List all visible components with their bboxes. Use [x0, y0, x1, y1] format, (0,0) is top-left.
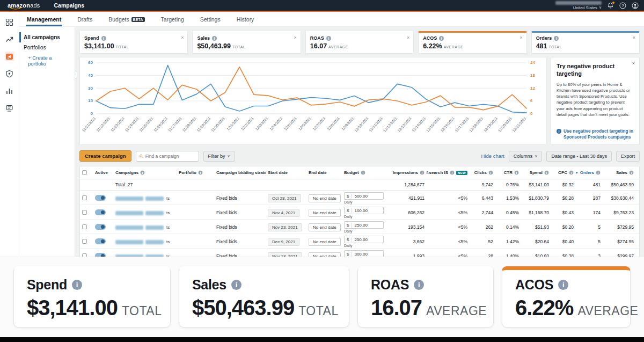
- tab-settings[interactable]: Settings: [199, 13, 222, 26]
- sidebar-collapse-button[interactable]: «: [75, 71, 77, 78]
- columns-button[interactable]: Columns ∨: [509, 151, 543, 162]
- tab-management[interactable]: Management: [26, 13, 62, 26]
- tab-label: Drafts: [77, 16, 92, 23]
- info-icon[interactable]: i: [420, 171, 425, 175]
- account-switcher[interactable]: United States ∨: [555, 1, 602, 10]
- info-icon[interactable]: i: [489, 171, 493, 175]
- info-icon[interactable]: i: [326, 36, 331, 41]
- budget-input[interactable]: $300.00: [344, 250, 384, 257]
- info-icon[interactable]: i: [569, 171, 574, 175]
- tab-drafts[interactable]: Drafts: [76, 13, 93, 26]
- end-date-field[interactable]: No end date: [309, 194, 341, 202]
- help-icon[interactable]: ?: [619, 2, 626, 9]
- cell-cpc: $0.20: [551, 223, 576, 231]
- budget-input[interactable]: $500.00: [344, 192, 384, 200]
- tab-history[interactable]: History: [236, 13, 255, 26]
- close-icon[interactable]: ×: [632, 61, 635, 66]
- library-icon[interactable]: [5, 103, 14, 113]
- sidebar-item-all-campaigns[interactable]: All campaigns: [19, 32, 75, 42]
- active-toggle[interactable]: [95, 195, 106, 201]
- campaign-name-redacted[interactable]: [115, 225, 143, 230]
- row-checkbox[interactable]: [82, 195, 87, 200]
- start-date-button[interactable]: Nov 18, 2021: [268, 252, 302, 257]
- header-select[interactable]: [80, 166, 93, 179]
- end-date-field[interactable]: No end date: [309, 223, 341, 231]
- date-range-button[interactable]: Date range - Last 30 days: [546, 151, 612, 162]
- active-toggle[interactable]: [95, 253, 106, 257]
- info-icon[interactable]: i: [515, 171, 519, 175]
- info-icon[interactable]: i: [361, 171, 365, 175]
- region-selector[interactable]: United States ∨: [573, 5, 602, 10]
- end-date-field[interactable]: No end date: [309, 238, 341, 246]
- create-portfolio-link[interactable]: + Create a portfolio: [19, 53, 75, 69]
- campaign-name-redacted[interactable]: [115, 254, 143, 257]
- tab-budgets[interactable]: BudgetsBETA: [107, 13, 145, 26]
- insights-icon[interactable]: [5, 86, 14, 96]
- metric-card-acos[interactable]: ACOSi×6.22%AVERAGE: [418, 31, 526, 54]
- cell-bidding: Fixed bids: [214, 223, 266, 231]
- budget-input[interactable]: $250.00: [344, 221, 384, 229]
- start-date-button[interactable]: Nov 4, 2021: [268, 209, 299, 217]
- start-date-button[interactable]: Dec 9, 2021: [268, 238, 299, 246]
- sidebar-item-portfolios[interactable]: Portfolios: [19, 42, 75, 53]
- active-toggle[interactable]: [95, 209, 106, 215]
- metric-card-orders[interactable]: Ordersi×481TOTAL: [531, 31, 640, 54]
- end-date-field[interactable]: No end date: [309, 252, 341, 257]
- create-campaign-button[interactable]: Create campaign: [79, 150, 131, 162]
- info-icon[interactable]: i: [212, 36, 217, 41]
- row-checkbox[interactable]: [82, 239, 87, 244]
- select-all-checkbox[interactable]: [82, 170, 87, 175]
- line-chart[interactable]: 0153045600612182411/21/202111/22/202111/…: [80, 57, 546, 144]
- start-date-button[interactable]: Oct 28, 2021: [268, 194, 301, 202]
- header-end: End date: [306, 166, 342, 179]
- info-icon[interactable]: i: [545, 171, 549, 175]
- close-icon[interactable]: ×: [519, 35, 522, 40]
- brand-safety-icon[interactable]: [5, 69, 14, 78]
- close-icon[interactable]: ×: [407, 35, 409, 40]
- budget-input[interactable]: $250.00: [344, 236, 384, 243]
- info-icon[interactable]: i: [554, 36, 559, 41]
- close-icon[interactable]: ×: [633, 35, 635, 40]
- cell-sales: $38,630.44: [603, 194, 636, 202]
- cell-portfolio: [177, 240, 214, 243]
- info-icon[interactable]: i: [630, 171, 634, 175]
- active-toggle[interactable]: [95, 238, 106, 244]
- header-start: Start date: [266, 166, 306, 179]
- info-icon[interactable]: i: [439, 36, 444, 41]
- export-button[interactable]: Export: [616, 151, 640, 162]
- search-icon: [140, 154, 143, 158]
- info-icon[interactable]: i: [141, 171, 145, 175]
- campaign-name-redacted[interactable]: [115, 211, 143, 215]
- campaign-search[interactable]: [136, 151, 199, 162]
- search-input[interactable]: [145, 154, 195, 159]
- recommendation-link[interactable]: i Use negative product targeting in Spon…: [557, 128, 634, 140]
- performance-icon[interactable]: [5, 34, 14, 44]
- info-icon[interactable]: i: [199, 171, 203, 175]
- budget-input[interactable]: $100.00: [344, 207, 384, 214]
- metric-card-roas[interactable]: ROASi×16.07AVERAGE: [305, 31, 414, 54]
- main-content: Spendi×$3,141.00TOTALSalesi×$50,463.99TO…: [75, 27, 644, 257]
- notifications-bell-icon[interactable]: [607, 2, 614, 9]
- row-checkbox[interactable]: [82, 210, 87, 215]
- close-icon[interactable]: ×: [181, 35, 184, 40]
- end-date-field[interactable]: No end date: [309, 209, 341, 217]
- start-date-button[interactable]: Nov 23, 2021: [268, 223, 302, 231]
- info-icon[interactable]: i: [450, 171, 455, 175]
- dashboard-icon[interactable]: [5, 17, 14, 27]
- active-toggle[interactable]: [95, 224, 106, 230]
- hide-chart-link[interactable]: Hide chart: [481, 153, 504, 159]
- campaign-name-redacted[interactable]: [115, 240, 143, 244]
- campaign-name-redacted[interactable]: [115, 197, 143, 201]
- info-icon[interactable]: i: [596, 171, 601, 175]
- metric-card-spend[interactable]: Spendi×$3,141.00TOTAL: [79, 31, 188, 54]
- campaigns-icon[interactable]: [5, 52, 14, 61]
- amazon-ads-logo[interactable]: amazonads: [8, 2, 40, 9]
- metric-card-sales[interactable]: Salesi×$50,463.99TOTAL: [192, 31, 301, 54]
- tab-targeting[interactable]: Targeting: [160, 13, 185, 26]
- info-icon[interactable]: i: [101, 36, 106, 41]
- user-account-icon[interactable]: [632, 2, 639, 9]
- row-checkbox[interactable]: [82, 224, 87, 229]
- close-icon[interactable]: ×: [294, 35, 297, 40]
- header-orders[interactable]: ▼Ordersi: [576, 166, 603, 179]
- filter-by-button[interactable]: Filter by ∨: [203, 151, 235, 162]
